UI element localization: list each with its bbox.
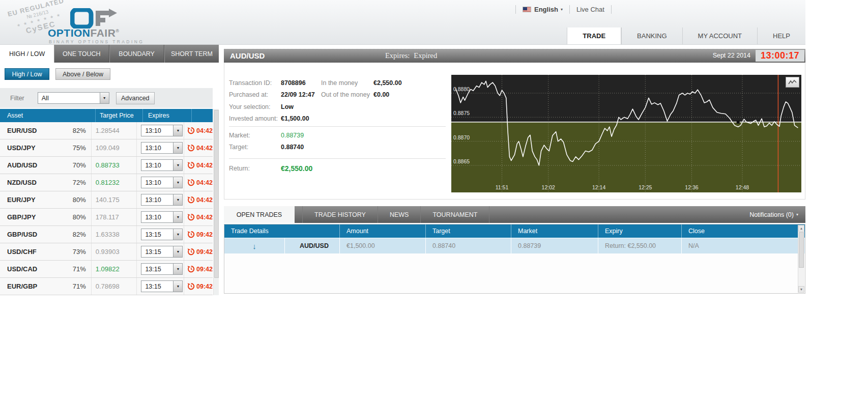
scrollbar-thumb[interactable] [799, 232, 804, 268]
notifications-toggle[interactable]: Notifications (0) ▾ [749, 206, 805, 223]
main-nav: TRADE BANKING MY ACCOUNT HELP [567, 27, 805, 44]
expiry-select[interactable]: 13:10▼ [141, 177, 183, 188]
expiry-select[interactable]: 13:10▼ [141, 211, 183, 223]
countdown-time: 04:42 [196, 214, 213, 221]
asset-payout: 80% [73, 213, 91, 221]
tab-open-trades[interactable]: OPEN TRADES [224, 206, 295, 223]
advanced-button[interactable]: Advanced [116, 92, 155, 104]
out-of-money-value: €0.00 [373, 91, 389, 98]
expires-cell: 13:15▼ [137, 243, 184, 260]
expiry-select[interactable]: 13:15▼ [141, 229, 183, 240]
chart-type-button[interactable] [786, 77, 799, 88]
tab-news[interactable]: NEWS [378, 206, 421, 223]
asset-row[interactable]: EUR/GBP71%0.7869813:15▼09:42 [0, 278, 213, 295]
trade-amount: €1,500.00 [339, 238, 425, 253]
high-low-button[interactable]: High / Low [5, 68, 49, 80]
asset-row[interactable]: USD/CAD71%1.0982213:15▼09:42 [0, 261, 213, 278]
asset-cell: GBP/USD82% [0, 226, 92, 243]
countdown-cell: 04:42 [184, 144, 213, 152]
asset-target-price: 0.88733 [92, 157, 137, 174]
market-target-rows: Market:0.88739 Target:0.88740 [229, 129, 304, 153]
scroll-down-button[interactable]: ▼ [798, 286, 804, 293]
tab-tournament[interactable]: TOURNAMENT [421, 206, 489, 223]
scroll-up-button[interactable]: ▲ [798, 225, 804, 232]
trade-asset-title: AUD/USD [230, 49, 265, 63]
expiry-select[interactable]: 13:10▼ [141, 194, 183, 206]
asset-name: EUR/GBP [0, 282, 37, 290]
asset-name: USD/CHF [0, 248, 37, 256]
col-trade-details: Trade Details [224, 224, 339, 238]
asset-payout: 80% [73, 196, 91, 204]
nav-tab-trade[interactable]: TRADE [567, 27, 621, 44]
asset-name: AUD/USD [0, 161, 37, 169]
expiry-select[interactable]: 13:15▼ [141, 263, 183, 275]
asset-row[interactable]: USD/JPY75%109.04913:10▼04:42 [0, 139, 213, 157]
col-asset: Asset [0, 109, 95, 122]
tab-short-term[interactable]: SHORT TERM [164, 45, 219, 63]
expiry-select[interactable]: 13:10▼ [141, 125, 183, 136]
expiry-select[interactable]: 13:15▼ [141, 246, 183, 258]
tab-high-low[interactable]: HIGH / LOW [0, 45, 54, 63]
trade-market: 0.88739 [511, 238, 598, 253]
expiry-select[interactable]: 13:15▼ [141, 280, 183, 292]
asset-target-price: 1.09822 [92, 261, 137, 277]
detail-label: Return: [229, 165, 281, 172]
expiry-value: 13:10 [141, 160, 173, 171]
trade-close: N/A [681, 238, 805, 253]
expires-cell: 13:15▼ [137, 278, 184, 295]
trade-details-cell: ↓ AUD/USD [224, 238, 339, 253]
brand-wordmark: OPTIONFAIR® [48, 27, 120, 39]
open-trade-row[interactable]: ↓ AUD/USD €1,500.00 0.88740 0.88739 Retu… [224, 238, 805, 253]
nav-tab-banking[interactable]: BANKING [621, 27, 682, 44]
svg-text:0.8870: 0.8870 [453, 134, 470, 140]
filter-label: Filter [10, 95, 24, 102]
line-chart-icon [788, 79, 797, 85]
nav-tab-my-account[interactable]: MY ACCOUNT [682, 27, 757, 44]
nav-tab-help[interactable]: HELP [757, 27, 805, 44]
scrollbar-thumb[interactable] [214, 110, 219, 278]
asset-row[interactable]: GBP/JPY80%178.11713:10▼04:42 [0, 209, 213, 226]
trades-scrollbar[interactable]: ▲ ▼ [798, 225, 804, 293]
asset-row[interactable]: EUR/USD82%1.2854413:10▼04:42 [0, 122, 213, 139]
target-value: 0.88740 [281, 144, 304, 151]
asset-row[interactable]: USD/CHF73%0.9390313:15▼09:42 [0, 243, 213, 261]
optionfair-trading-page: EU REGULATED № 216/13 ★ ★ ★ ★ ★ ★ ★ CySE… [0, 0, 805, 396]
above-below-button[interactable]: Above / Below [55, 68, 110, 80]
live-chat-link[interactable]: Live Chat [576, 6, 604, 13]
invested-amount: €1,500.00 [281, 115, 309, 122]
language-selector[interactable]: English ▾ [523, 6, 563, 13]
countdown-clock-icon [187, 179, 195, 186]
col-target-price: Target Price [95, 109, 142, 122]
asset-table-scrollbar[interactable] [213, 109, 219, 295]
asset-row[interactable]: NZD/USD72%0.8123213:10▼04:42 [0, 174, 213, 191]
tab-one-touch[interactable]: ONE TOUCH [54, 45, 109, 63]
countdown-time: 09:42 [196, 248, 213, 256]
tab-trade-history[interactable]: TRADE HISTORY [302, 206, 378, 223]
countdown-cell: 09:42 [184, 265, 213, 273]
filter-select[interactable]: All ▼ [38, 92, 109, 104]
asset-row[interactable]: GBP/USD82%1.6333813:15▼09:42 [0, 226, 213, 243]
countdown-time: 04:42 [196, 179, 213, 186]
col-expires: Expires [142, 109, 191, 122]
svg-text:12:02: 12:02 [542, 184, 555, 190]
countdown-time: 09:42 [196, 266, 213, 273]
expiry-select[interactable]: 13:10▼ [141, 159, 183, 171]
detail-label: Your selection: [229, 103, 281, 110]
chevron-down-icon: ▼ [173, 212, 182, 222]
expiry-select[interactable]: 13:10▼ [141, 142, 183, 154]
tab-boundary[interactable]: BOUNDARY [109, 45, 164, 63]
countdown-time: 04:42 [196, 196, 213, 204]
asset-target-price: 0.78698 [92, 278, 137, 295]
countdown-cell: 04:42 [184, 161, 213, 169]
col-close: Close [681, 224, 805, 238]
expiry-value: 13:15 [141, 229, 173, 240]
us-flag-icon [523, 7, 531, 12]
asset-target-price: 1.28544 [92, 122, 137, 139]
asset-target-price: 178.117 [92, 209, 137, 225]
asset-row[interactable]: EUR/JPY80%140.17513:10▼04:42 [0, 191, 213, 209]
asset-payout: 70% [73, 161, 91, 169]
expires-value: Expired [414, 51, 437, 60]
countdown-clock-icon [187, 196, 195, 204]
countdown-cell: 04:42 [184, 213, 213, 221]
asset-row[interactable]: AUD/USD70%0.8873313:10▼04:42 [0, 157, 213, 174]
